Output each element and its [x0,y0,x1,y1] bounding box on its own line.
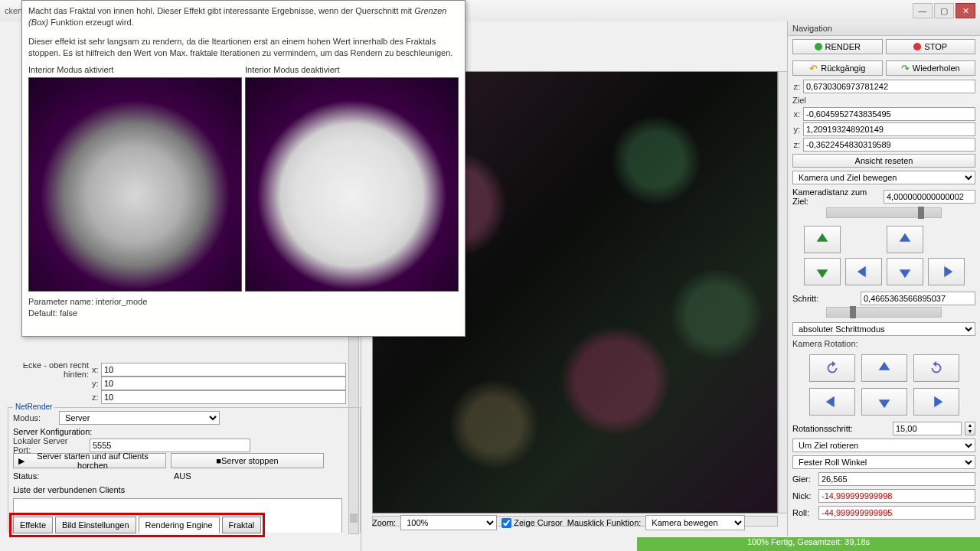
rotstep-input[interactable] [893,422,962,435]
mouseclick-fn-select[interactable]: Kamera bewegen [645,515,745,530]
yaw-label: Gier: [792,474,815,484]
server-stop-button[interactable]: ■ Server stoppen [171,453,324,468]
step-mode-select[interactable]: absoluter Schrittmodus [792,322,975,336]
move-right-button[interactable] [928,258,965,285]
maximize-button[interactable]: ▢ [934,3,954,18]
tab-fractal[interactable]: Fraktal [222,517,262,533]
tab-rendering-engine[interactable]: Rendering Engine [139,517,220,533]
svg-marker-0 [816,233,828,242]
rot-around-select[interactable]: Um Ziel rotieren [792,439,975,452]
redo-icon [901,63,910,74]
svg-marker-1 [899,233,910,242]
roll-input[interactable] [818,506,975,520]
rotation-grid [788,350,980,420]
tooltip-image-off [245,77,459,292]
move-left-button[interactable] [845,258,882,285]
step-slider[interactable] [826,307,942,318]
move-arrow-grid [788,221,980,290]
target-z-input[interactable] [803,138,975,152]
rotstep-label: Rotationsschritt: [792,424,890,433]
corner-y-input[interactable] [101,377,346,390]
svg-marker-5 [944,266,952,278]
netrender-mode-select[interactable]: Server [59,411,220,425]
move-up-button[interactable] [887,226,923,253]
move-fwd-button[interactable] [804,226,841,253]
clients-list-label: Liste der verbundenen Clients [13,485,125,494]
svg-marker-3 [857,266,865,278]
server-start-button[interactable]: ▶ Server starten und auf Clients horchen [13,453,166,468]
tooltip-caption-off: Interior Modus deaktiviert [245,63,459,77]
tab-effects[interactable]: Effekte [13,517,53,533]
camera-z-input[interactable] [803,80,975,93]
svg-marker-4 [899,269,910,278]
pitch-input[interactable] [818,489,975,503]
rot-right-button[interactable] [913,388,959,416]
rot-left-button[interactable] [809,388,855,416]
target-label: Ziel [788,94,980,106]
bottom-tabs-highlight: Effekte Bild Einstellungen Rendering Eng… [9,513,265,537]
corner-label: Ecke - oben recht hinten: [8,363,92,379]
svg-marker-2 [816,269,828,278]
show-cursor-checkbox[interactable]: Zeige Cursor [501,518,563,528]
axis-z-label: z: [92,393,101,402]
server-config-label: Server Konfiguration: [13,427,92,436]
redo-button[interactable]: Wiederholen [886,60,976,76]
axis-y-label: y: [92,379,101,388]
status-label: Status: [13,471,59,481]
rot-up-button[interactable] [861,354,907,382]
axis-x-label: x: [92,365,101,374]
server-port-input[interactable] [90,439,250,452]
status-text: 100% Fertig, Gesamtzeit: 39,18s [637,537,980,551]
undo-icon [809,63,818,74]
rot-ccw-button[interactable] [809,354,855,382]
help-tooltip: Macht das Fraktal von innen hohl. Dieser… [21,0,466,337]
zoom-label: Zoom: [372,518,396,527]
svg-marker-7 [825,396,834,408]
rot-cw-button[interactable] [913,354,959,382]
target-x-input[interactable] [803,107,975,121]
zoom-select[interactable]: 100% [400,515,497,530]
rotation-label: Kamera Rotation: [788,337,980,350]
camdist-label: Kameradistanz zum Ziel: [792,187,880,206]
minimize-button[interactable]: — [913,3,933,18]
undo-button[interactable]: Rückgängig [792,60,883,76]
svg-marker-6 [878,362,890,370]
move-down-button[interactable] [887,258,923,285]
status-bar: 100% Fertig, Gesamtzeit: 39,18s [361,537,980,551]
svg-marker-9 [934,396,942,408]
rotstep-spinner[interactable]: ▲▼ [965,422,975,435]
camdist-slider[interactable] [826,207,942,218]
move-back-button[interactable] [804,258,841,285]
corner-x-input[interactable] [101,363,346,377]
tooltip-param-name: Parameter name: interior_mode [28,296,459,308]
svg-marker-8 [878,399,890,408]
rot-down-button[interactable] [861,388,907,416]
target-y-input[interactable] [803,122,975,136]
roll-mode-select[interactable]: Fester Roll Winkel [792,455,975,469]
status-value: AUS [174,471,191,481]
stop-button[interactable]: STOP [886,39,976,54]
tooltip-caption-on: Interior Modus aktiviert [28,63,242,77]
netrender-legend: NetRender [13,403,54,411]
yaw-input[interactable] [818,472,975,486]
step-label: Schritt: [792,294,858,303]
tab-image-settings[interactable]: Bild Einstellungen [55,517,136,533]
close-button[interactable]: ✕ [956,3,975,18]
step-input[interactable] [861,292,975,305]
render-button[interactable]: RENDER [792,39,883,54]
camdist-input[interactable] [884,190,975,204]
roll-label: Roll: [792,508,815,517]
navigation-panel: Navigation RENDER STOP Rückgängig Wieder… [787,21,980,536]
corner-z-input[interactable] [101,390,346,404]
stop-icon [913,43,921,51]
move-mode-select[interactable]: Kamera und Ziel bewegen [792,171,975,184]
tooltip-default: Default: false [28,308,459,319]
pitch-label: Nick: [792,491,815,500]
tooltip-image-on [28,77,242,292]
play-icon [815,43,822,51]
netrender-mode-label: Modus: [13,413,59,422]
reset-view-button[interactable]: Ansicht reseten [792,154,975,168]
mouseclick-fn-label: Mausklick Funktion: [567,518,642,527]
navigation-title: Navigation [788,21,980,36]
